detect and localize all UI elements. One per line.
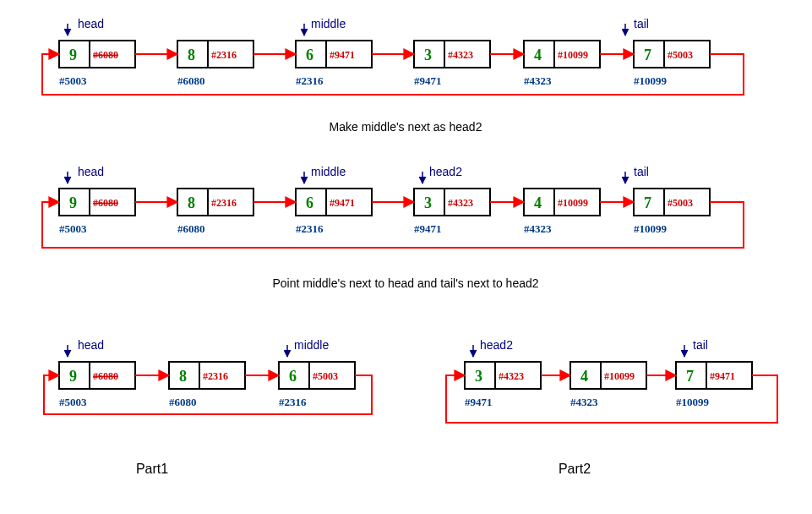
node: 4 #10099 #4323 [524, 189, 600, 235]
label-middle: middle [304, 165, 346, 183]
svg-text:#5003: #5003 [668, 49, 693, 61]
node: 3 #4323 #9471 [414, 189, 490, 235]
label-middle: middle [304, 17, 346, 36]
svg-text:#5003: #5003 [59, 396, 87, 408]
svg-text:#10099: #10099 [676, 396, 710, 408]
node: 7 #5003 #10099 [634, 41, 710, 87]
svg-text:#4323: #4323 [448, 197, 473, 209]
svg-text:head2: head2 [480, 338, 513, 352]
node: 8 #2316 #6080 [169, 362, 245, 408]
node: 6 #5003 #2316 [279, 362, 355, 408]
svg-text:#2316: #2316 [211, 197, 237, 209]
svg-text:6: 6 [289, 368, 297, 385]
node: 8 #2316 #6080 [177, 189, 253, 235]
svg-text:#10099: #10099 [634, 74, 668, 87]
svg-text:#2316: #2316 [279, 396, 307, 408]
row1: head middle tail 9 #6080 #5003 8 #2316 #… [42, 17, 744, 95]
svg-text:#4323: #4323 [570, 396, 598, 408]
svg-text:#4323: #4323 [524, 74, 552, 87]
node: 8 #2316 #6080 [177, 41, 253, 87]
svg-text:head: head [78, 165, 104, 178]
svg-text:#10099: #10099 [604, 370, 635, 382]
tail-label: tail [634, 17, 649, 30]
svg-text:9: 9 [69, 194, 77, 211]
svg-text:#5003: #5003 [59, 74, 87, 87]
middle-label: middle [311, 17, 346, 30]
svg-text:8: 8 [179, 368, 187, 385]
svg-text:9: 9 [69, 46, 77, 63]
label-tail: tail [625, 17, 649, 36]
svg-text:6: 6 [306, 194, 313, 211]
caption-1: Make middle's next as head2 [330, 120, 482, 134]
node: 9 #6080 #5003 [59, 189, 135, 235]
node: 7 #5003 #10099 [634, 189, 710, 235]
node: 4 #10099 #4323 [524, 41, 600, 87]
svg-text:7: 7 [644, 194, 651, 211]
svg-text:#9471: #9471 [330, 197, 355, 209]
caption-2: Point middle's next to head and tail's n… [272, 276, 538, 290]
node: 3 #4323 #9471 [414, 41, 490, 87]
svg-text:#9471: #9471 [710, 370, 735, 382]
svg-text:#10099: #10099 [558, 49, 588, 61]
row3-part2: head2 tail 3 #4323 #9471 4 #10099 #4323 … [446, 338, 777, 423]
label-head: head [68, 17, 104, 36]
svg-text:#6080: #6080 [93, 370, 118, 382]
svg-text:middle: middle [311, 165, 346, 178]
svg-text:#2316: #2316 [211, 49, 237, 61]
svg-text:#9471: #9471 [465, 396, 493, 408]
svg-text:#5003: #5003 [668, 197, 693, 209]
svg-text:#4323: #4323 [448, 49, 473, 61]
svg-text:middle: middle [294, 338, 329, 352]
svg-text:tail: tail [693, 338, 708, 352]
part1-label: Part1 [136, 462, 168, 476]
row2: head middle head2 tail 9 #6080 #5003 8 #… [42, 165, 744, 248]
svg-text:3: 3 [475, 368, 482, 385]
svg-text:#5003: #5003 [313, 370, 338, 382]
svg-text:4: 4 [580, 368, 588, 385]
row3-part1: head middle 9 #6080 #5003 8 #2316 #6080 … [44, 338, 372, 414]
svg-text:#6080: #6080 [177, 222, 205, 235]
svg-text:tail: tail [634, 165, 649, 178]
svg-text:#9471: #9471 [330, 49, 355, 61]
linked-list-diagram: head middle tail 9 #6080 #5003 8 #2316 #… [0, 0, 812, 514]
svg-text:7: 7 [644, 46, 651, 63]
part2-label: Part2 [559, 462, 591, 476]
svg-text:#2316: #2316 [203, 370, 228, 382]
node: 9 #6080 #5003 [59, 41, 135, 87]
svg-text:4: 4 [534, 194, 542, 211]
label-head: head [68, 165, 104, 183]
label-middle: middle [287, 338, 329, 357]
head-label: head [78, 17, 104, 30]
svg-text:#6080: #6080 [93, 197, 118, 209]
svg-text:#4323: #4323 [499, 370, 524, 382]
svg-text:#2316: #2316 [296, 222, 324, 235]
label-head: head [68, 338, 104, 357]
node: 7 #9471 #10099 [676, 362, 752, 408]
svg-text:#5003: #5003 [59, 222, 87, 235]
svg-text:#9471: #9471 [414, 74, 442, 87]
node: 6 #9471 #2316 [296, 41, 372, 87]
svg-text:#6080: #6080 [169, 396, 197, 408]
svg-text:#2316: #2316 [296, 74, 324, 87]
svg-text:3: 3 [424, 46, 432, 63]
svg-text:9: 9 [69, 368, 77, 385]
svg-text:#10099: #10099 [634, 222, 668, 235]
node: 9 #6080 #5003 [59, 362, 135, 408]
label-head2: head2 [422, 165, 462, 183]
svg-text:#4323: #4323 [524, 222, 552, 235]
svg-text:#9471: #9471 [414, 222, 442, 235]
node: 3 #4323 #9471 [465, 362, 541, 408]
node: 6 #9471 #2316 [296, 189, 372, 235]
svg-text:6: 6 [306, 46, 313, 63]
label-head2: head2 [473, 338, 513, 357]
svg-text:8: 8 [188, 46, 195, 63]
svg-text:head: head [78, 338, 104, 352]
svg-text:head2: head2 [429, 165, 462, 178]
label-tail: tail [625, 165, 649, 183]
svg-text:#6080: #6080 [93, 49, 118, 61]
svg-text:#6080: #6080 [177, 74, 205, 87]
svg-text:3: 3 [424, 194, 432, 211]
node: 4 #10099 #4323 [570, 362, 646, 408]
svg-text:7: 7 [686, 368, 694, 385]
svg-text:8: 8 [188, 194, 195, 211]
